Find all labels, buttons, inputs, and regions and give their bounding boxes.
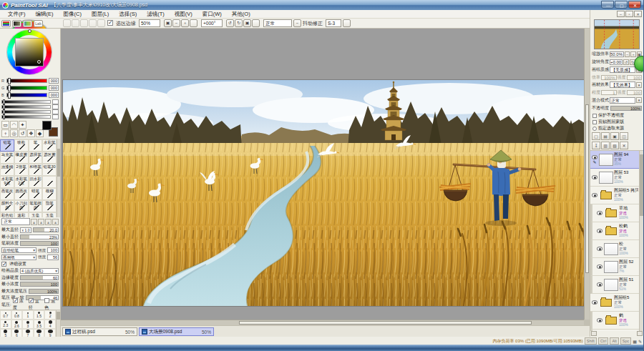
material-effect-select[interactable]: 【无效果】 <box>610 81 635 88</box>
toolbar-button[interactable] <box>72 19 79 27</box>
size-preset[interactable]: 1.5 <box>34 310 45 320</box>
edge-hardness-slider[interactable]: 60 <box>20 275 59 280</box>
effect-degree-value[interactable]: 1 <box>601 90 617 95</box>
document-tab-active[interactable]: 大场景0908.psd 50% <box>139 327 214 336</box>
clipping-group-checkbox[interactable]: 剪贴图层蒙版 <box>590 119 643 125</box>
size-preset[interactable]: 5 <box>0 329 11 337</box>
zoom-level-input[interactable]: 50% <box>139 19 160 27</box>
layer-folder-row[interactable]: 草地穿透100% <box>590 204 639 222</box>
size-preset[interactable]: 1 <box>22 310 34 320</box>
brush-blend-mode-select[interactable]: 正常 <box>1 218 30 225</box>
layer-visibility-eye-icon[interactable] <box>592 175 597 179</box>
brush-cell[interactable]: 油漆桶 <box>0 164 14 176</box>
brush-cell[interactable]: 圆画改 <box>14 188 29 200</box>
paper-strength-value[interactable]: 100 <box>627 75 643 80</box>
artwork-document[interactable] <box>63 80 587 306</box>
primary-color-swatch[interactable] <box>42 121 52 130</box>
max-size-slider[interactable]: 20.0 <box>33 227 59 232</box>
brush-cell[interactable]: 笔笔细改 <box>29 200 43 212</box>
layer-row[interactable]: 人正常100% <box>590 330 639 331</box>
blend-mode-dropdown[interactable]: ▾ <box>636 97 642 103</box>
move-icon[interactable]: ＋ <box>1 129 9 137</box>
size-presets-scrollbar[interactable] <box>56 310 60 337</box>
close-button[interactable]: ✕ <box>628 1 641 9</box>
menu-image[interactable]: 图像(C) <box>59 11 87 18</box>
menu-edit[interactable]: 编辑(E) <box>31 11 59 18</box>
brush-cell[interactable] <box>42 176 57 188</box>
size-preset[interactable]: 7 <box>22 329 34 337</box>
delete-layer-icon[interactable]: ✕ <box>620 142 628 149</box>
hue-marker[interactable] <box>28 29 31 33</box>
canvas-vertical-scrollbar[interactable] <box>584 29 590 320</box>
brush-cell[interactable]: 马克笔 <box>0 152 14 164</box>
red-slider[interactable] <box>6 79 47 83</box>
brush-tip-button[interactable]: ▲ <box>31 219 37 225</box>
size-preset[interactable]: 3 <box>22 320 34 329</box>
layer-visibility-eye-icon[interactable] <box>592 193 597 197</box>
menu-window[interactable]: 窗口(W) <box>197 11 227 18</box>
canvas-horizontal-scrollbar[interactable] <box>61 320 584 325</box>
panel-restore-button[interactable]: ▫ <box>625 11 633 17</box>
panel-corner-button[interactable] <box>637 331 643 336</box>
toolbar-button[interactable] <box>80 19 88 27</box>
layer-list-scrollbar[interactable] <box>639 151 643 331</box>
brush-tip-button[interactable]: ▲ <box>52 219 59 225</box>
toolbar-button[interactable] <box>63 19 71 27</box>
brush-cell[interactable]: 指笔 <box>42 200 57 212</box>
size-unit-button[interactable]: x 1.0 <box>20 227 31 233</box>
menu-others[interactable]: 其他(O) <box>227 11 255 18</box>
rect-select-icon[interactable]: ▭ <box>1 121 9 129</box>
paint-mode-select[interactable]: 正常 <box>263 19 292 27</box>
stabilizer-select[interactable]: S-3 <box>326 19 341 27</box>
size-preset[interactable]: 2.3 <box>0 320 11 329</box>
menu-filter[interactable]: 滤镜(T) <box>142 11 170 18</box>
size-preset[interactable]: 2.6 <box>11 320 23 329</box>
brush-cell[interactable]: 2值笔 <box>14 164 29 176</box>
zoom-out-button[interactable]: − <box>172 19 180 27</box>
layer-visibility-eye-icon[interactable] <box>597 265 602 269</box>
color-swatches[interactable] <box>42 121 58 137</box>
brush-cell[interactable]: 喷枪 <box>14 139 29 152</box>
brush-cell[interactable]: 玉毫 <box>42 212 57 217</box>
advanced-settings-checkbox[interactable]: 详细设置 <box>1 261 59 268</box>
brush-cell[interactable]: 彩色铅 <box>0 212 14 217</box>
effect-strength-value[interactable]: 100 <box>627 90 643 95</box>
gray-slider[interactable] <box>1 105 51 109</box>
brush-cell[interactable]: 模糊 <box>42 188 57 200</box>
nav-zoom-out-button[interactable]: − <box>625 51 630 57</box>
selection-source-radio[interactable]: 指定选取来源 <box>590 125 643 132</box>
layer-visibility-eye-icon[interactable] <box>597 247 602 251</box>
shape-strength-value[interactable]: 100 <box>47 247 59 253</box>
navigator-rotation-value[interactable]: +0.00 <box>610 59 623 65</box>
brush-shape-select[interactable]: 自动铅笔▾ <box>1 247 36 253</box>
green-value[interactable]: 000 <box>49 85 59 91</box>
panel-close-button[interactable]: ✕ <box>634 11 642 17</box>
stabilizer-toggle-button[interactable] <box>343 19 351 27</box>
layer-folder-row[interactable]: 鹤穿透100% <box>590 312 639 330</box>
brush-cell[interactable]: 橡皮擦 <box>14 152 29 164</box>
brush-cell[interactable]: 画笔改 <box>0 188 14 200</box>
gray-slider[interactable] <box>1 100 51 104</box>
hand-icon[interactable]: ❖ <box>27 129 35 137</box>
red-value[interactable]: 000 <box>49 78 59 84</box>
blue-value[interactable]: 000 <box>49 92 59 98</box>
transfer-down-icon[interactable]: ↧ <box>592 142 600 149</box>
layer-folder-row[interactable]: 图层组5 拷贝正常100% <box>590 187 639 204</box>
brush-cell[interactable]: 笔 <box>29 139 43 152</box>
green-slider[interactable] <box>6 86 47 90</box>
brush-cell[interactable]: 水彩笔 <box>42 139 57 152</box>
layer-opacity-slider[interactable]: 100% <box>610 106 642 111</box>
brush-cell[interactable]: 铅笔30 <box>42 164 57 176</box>
layer-visibility-eye-icon[interactable] <box>592 300 597 305</box>
magic-wand-icon[interactable]: ✦ <box>19 121 26 129</box>
zoom-icon[interactable]: ◎ <box>10 129 18 137</box>
brush-cell[interactable]: 迷彩 <box>14 212 29 217</box>
hsv-panel-icon[interactable] <box>12 20 21 27</box>
blue-slider[interactable] <box>6 93 47 97</box>
layer-row[interactable]: 图层 53正常100% <box>590 169 639 187</box>
brush-cell[interactable]: 蜡笔 <box>29 188 43 200</box>
layer-row[interactable]: 松正常100% <box>590 240 639 258</box>
brush-cell[interactable]: 小刀刮改 <box>14 200 29 212</box>
size-preset[interactable]: 2 <box>44 310 56 320</box>
min-size-slider[interactable]: 23% <box>20 234 59 239</box>
